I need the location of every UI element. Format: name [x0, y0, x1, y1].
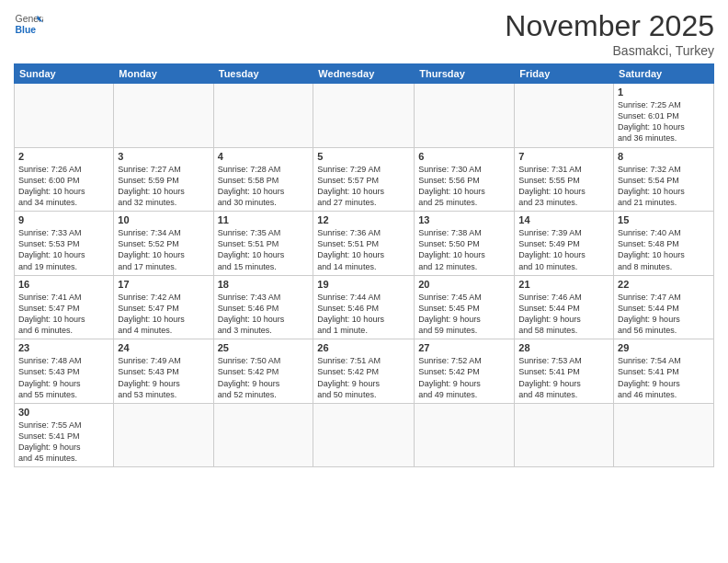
- day-info: Sunrise: 7:43 AM Sunset: 5:46 PM Dayligh…: [218, 292, 310, 337]
- calendar-cell: 30Sunrise: 7:55 AM Sunset: 5:41 PM Dayli…: [15, 403, 114, 467]
- day-info: Sunrise: 7:25 AM Sunset: 6:01 PM Dayligh…: [618, 99, 710, 144]
- svg-text:Blue: Blue: [16, 25, 37, 35]
- day-number: 29: [618, 342, 710, 353]
- calendar-week-6: 30Sunrise: 7:55 AM Sunset: 5:41 PM Dayli…: [15, 403, 714, 467]
- calendar-week-5: 23Sunrise: 7:48 AM Sunset: 5:43 PM Dayli…: [15, 339, 714, 404]
- day-info: Sunrise: 7:53 AM Sunset: 5:41 PM Dayligh…: [518, 355, 609, 400]
- day-info: Sunrise: 7:47 AM Sunset: 5:44 PM Dayligh…: [618, 292, 710, 337]
- day-info: Sunrise: 7:39 AM Sunset: 5:49 PM Dayligh…: [518, 227, 609, 272]
- day-number: 5: [317, 151, 410, 162]
- calendar-cell: 11Sunrise: 7:35 AM Sunset: 5:51 PM Dayli…: [213, 212, 313, 276]
- location: Basmakci, Turkey: [505, 43, 714, 58]
- calendar-cell: 15Sunrise: 7:40 AM Sunset: 5:48 PM Dayli…: [614, 212, 714, 276]
- day-number: 26: [317, 342, 410, 353]
- calendar-cell: 1Sunrise: 7:25 AM Sunset: 6:01 PM Daylig…: [614, 84, 714, 148]
- calendar-week-2: 2Sunrise: 7:26 AM Sunset: 6:00 PM Daylig…: [15, 147, 714, 212]
- calendar-cell: 26Sunrise: 7:51 AM Sunset: 5:42 PM Dayli…: [313, 339, 415, 404]
- day-info: Sunrise: 7:41 AM Sunset: 5:47 PM Dayligh…: [18, 292, 109, 337]
- day-info: Sunrise: 7:36 AM Sunset: 5:51 PM Dayligh…: [317, 227, 410, 272]
- day-info: Sunrise: 7:26 AM Sunset: 6:00 PM Dayligh…: [18, 164, 109, 209]
- day-number: 2: [18, 151, 109, 162]
- day-info: Sunrise: 7:45 AM Sunset: 5:45 PM Dayligh…: [418, 292, 510, 337]
- day-info: Sunrise: 7:48 AM Sunset: 5:43 PM Dayligh…: [18, 355, 109, 400]
- calendar-cell: 16Sunrise: 7:41 AM Sunset: 5:47 PM Dayli…: [15, 275, 114, 339]
- day-number: 17: [118, 279, 209, 290]
- calendar-cell: [614, 403, 714, 467]
- day-info: Sunrise: 7:34 AM Sunset: 5:52 PM Dayligh…: [118, 227, 209, 272]
- calendar-cell: 7Sunrise: 7:31 AM Sunset: 5:55 PM Daylig…: [515, 147, 614, 212]
- day-number: 19: [317, 279, 410, 290]
- day-info: Sunrise: 7:46 AM Sunset: 5:44 PM Dayligh…: [518, 292, 609, 337]
- day-info: Sunrise: 7:52 AM Sunset: 5:42 PM Dayligh…: [418, 355, 510, 400]
- calendar-cell: 21Sunrise: 7:46 AM Sunset: 5:44 PM Dayli…: [515, 275, 614, 339]
- calendar-cell: 18Sunrise: 7:43 AM Sunset: 5:46 PM Dayli…: [213, 275, 313, 339]
- calendar-cell: [515, 403, 614, 467]
- day-number: 18: [218, 279, 310, 290]
- day-number: 7: [518, 151, 609, 162]
- page-header: General Blue November 2025 Basmakci, Tur…: [14, 9, 714, 58]
- calendar-week-3: 9Sunrise: 7:33 AM Sunset: 5:53 PM Daylig…: [15, 212, 714, 276]
- calendar-cell: 24Sunrise: 7:49 AM Sunset: 5:43 PM Dayli…: [114, 339, 213, 404]
- calendar-cell: 19Sunrise: 7:44 AM Sunset: 5:46 PM Dayli…: [313, 275, 415, 339]
- day-number: 15: [618, 214, 710, 225]
- calendar-cell: 12Sunrise: 7:36 AM Sunset: 5:51 PM Dayli…: [313, 212, 415, 276]
- day-info: Sunrise: 7:54 AM Sunset: 5:41 PM Dayligh…: [618, 355, 710, 400]
- day-info: Sunrise: 7:44 AM Sunset: 5:46 PM Dayligh…: [317, 292, 410, 337]
- day-number: 22: [618, 279, 710, 290]
- calendar-week-1: 1Sunrise: 7:25 AM Sunset: 6:01 PM Daylig…: [15, 84, 714, 148]
- day-info: Sunrise: 7:50 AM Sunset: 5:42 PM Dayligh…: [218, 355, 310, 400]
- calendar-cell: [313, 403, 415, 467]
- calendar-cell: 3Sunrise: 7:27 AM Sunset: 5:59 PM Daylig…: [114, 147, 213, 212]
- day-number: 23: [18, 342, 109, 353]
- calendar-cell: 10Sunrise: 7:34 AM Sunset: 5:52 PM Dayli…: [114, 212, 213, 276]
- day-number: 6: [418, 151, 510, 162]
- day-info: Sunrise: 7:31 AM Sunset: 5:55 PM Dayligh…: [518, 164, 609, 209]
- day-info: Sunrise: 7:42 AM Sunset: 5:47 PM Dayligh…: [118, 292, 209, 337]
- calendar-cell: 4Sunrise: 7:28 AM Sunset: 5:58 PM Daylig…: [213, 147, 313, 212]
- weekday-header-monday: Monday: [114, 64, 213, 84]
- day-number: 13: [418, 214, 510, 225]
- day-number: 8: [618, 151, 710, 162]
- day-number: 27: [418, 342, 510, 353]
- day-number: 3: [118, 151, 209, 162]
- weekday-header-wednesday: Wednesday: [313, 64, 415, 84]
- day-info: Sunrise: 7:29 AM Sunset: 5:57 PM Dayligh…: [317, 164, 410, 209]
- calendar-cell: 25Sunrise: 7:50 AM Sunset: 5:42 PM Dayli…: [213, 339, 313, 404]
- calendar-cell: 20Sunrise: 7:45 AM Sunset: 5:45 PM Dayli…: [415, 275, 515, 339]
- calendar-cell: 14Sunrise: 7:39 AM Sunset: 5:49 PM Dayli…: [515, 212, 614, 276]
- calendar-cell: [515, 84, 614, 148]
- calendar-cell: [114, 84, 213, 148]
- day-info: Sunrise: 7:55 AM Sunset: 5:41 PM Dayligh…: [18, 419, 109, 465]
- day-number: 14: [518, 214, 609, 225]
- calendar-cell: [15, 84, 114, 148]
- day-number: 20: [418, 279, 510, 290]
- weekday-header-saturday: Saturday: [614, 64, 714, 84]
- title-block: November 2025 Basmakci, Turkey: [505, 9, 714, 58]
- calendar-cell: 29Sunrise: 7:54 AM Sunset: 5:41 PM Dayli…: [614, 339, 714, 404]
- month-title: November 2025: [505, 9, 714, 43]
- calendar-cell: [213, 403, 313, 467]
- logo-icon: General Blue: [14, 9, 43, 39]
- day-number: 21: [518, 279, 609, 290]
- logo: General Blue: [14, 9, 43, 39]
- calendar-cell: 17Sunrise: 7:42 AM Sunset: 5:47 PM Dayli…: [114, 275, 213, 339]
- day-number: 28: [518, 342, 609, 353]
- day-number: 12: [317, 214, 410, 225]
- calendar-cell: 28Sunrise: 7:53 AM Sunset: 5:41 PM Dayli…: [515, 339, 614, 404]
- day-info: Sunrise: 7:27 AM Sunset: 5:59 PM Dayligh…: [118, 164, 209, 209]
- day-number: 25: [218, 342, 310, 353]
- day-info: Sunrise: 7:51 AM Sunset: 5:42 PM Dayligh…: [317, 355, 410, 400]
- day-info: Sunrise: 7:28 AM Sunset: 5:58 PM Dayligh…: [218, 164, 310, 209]
- weekday-header-row: SundayMondayTuesdayWednesdayThursdayFrid…: [15, 64, 714, 84]
- day-info: Sunrise: 7:38 AM Sunset: 5:50 PM Dayligh…: [418, 227, 510, 272]
- day-number: 10: [118, 214, 209, 225]
- weekday-header-tuesday: Tuesday: [213, 64, 313, 84]
- calendar-cell: 27Sunrise: 7:52 AM Sunset: 5:42 PM Dayli…: [415, 339, 515, 404]
- day-number: 4: [218, 151, 310, 162]
- calendar-cell: [415, 403, 515, 467]
- calendar-cell: 5Sunrise: 7:29 AM Sunset: 5:57 PM Daylig…: [313, 147, 415, 212]
- day-number: 11: [218, 214, 310, 225]
- calendar-cell: [415, 84, 515, 148]
- weekday-header-thursday: Thursday: [415, 64, 515, 84]
- calendar-cell: 2Sunrise: 7:26 AM Sunset: 6:00 PM Daylig…: [15, 147, 114, 212]
